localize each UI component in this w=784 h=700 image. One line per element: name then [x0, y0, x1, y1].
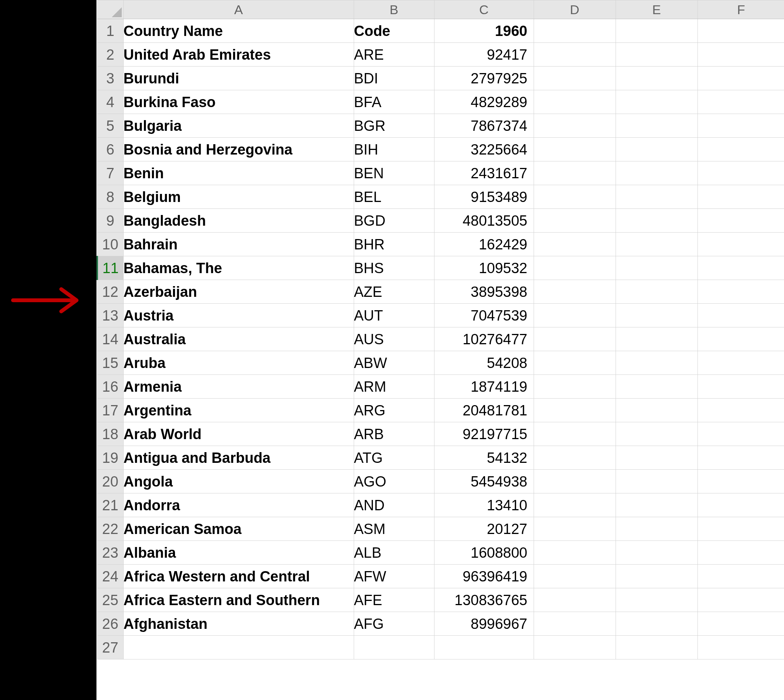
cell-empty[interactable] [615, 351, 697, 375]
row-header[interactable]: 26 [97, 612, 123, 636]
cell-empty[interactable] [615, 470, 697, 493]
cell-empty[interactable] [615, 588, 697, 612]
cell-value[interactable] [434, 636, 534, 660]
cell-value[interactable]: 3895398 [434, 280, 534, 304]
cell-country-name[interactable]: Bahamas, The [123, 256, 354, 280]
cell-empty[interactable] [615, 565, 697, 588]
cell-code[interactable]: BDI [354, 67, 434, 90]
cell-country-name[interactable]: Albania [123, 541, 354, 565]
cell-code[interactable]: BEN [354, 162, 434, 185]
cell-empty[interactable] [697, 541, 784, 565]
cell-country-name[interactable]: Bosnia and Herzegovina [123, 138, 354, 162]
cell-empty[interactable] [534, 304, 615, 327]
cell-empty[interactable] [615, 493, 697, 517]
cell-empty[interactable] [534, 256, 615, 280]
cell-country-name[interactable]: Burundi [123, 67, 354, 90]
cell-empty[interactable] [534, 375, 615, 398]
cell-code[interactable]: AFG [354, 612, 434, 636]
row-header[interactable]: 24 [97, 565, 123, 588]
cell-empty[interactable] [697, 43, 784, 67]
cell-empty[interactable] [615, 398, 697, 422]
cell-empty[interactable] [615, 636, 697, 660]
cell-code[interactable]: AUS [354, 327, 434, 351]
cell-country-name[interactable]: Africa Eastern and Southern [123, 588, 354, 612]
cell-country-name[interactable]: American Samoa [123, 517, 354, 541]
cell-empty[interactable] [697, 209, 784, 233]
cell-value[interactable]: 5454938 [434, 470, 534, 493]
cell-value[interactable]: 96396419 [434, 565, 534, 588]
cell-code[interactable]: AUT [354, 304, 434, 327]
cell-value[interactable]: 2431617 [434, 162, 534, 185]
table-row[interactable]: 6Bosnia and HerzegovinaBIH3225664 [97, 138, 784, 162]
cell-empty[interactable] [697, 351, 784, 375]
cell-country-name[interactable]: Angola [123, 470, 354, 493]
col-header-C[interactable]: C [434, 0, 534, 19]
column-header-row[interactable]: A B C D E F [97, 0, 784, 19]
cell-country-name[interactable]: Benin [123, 162, 354, 185]
cell-empty[interactable] [534, 422, 615, 446]
table-row[interactable]: 16ArmeniaARM1874119 [97, 375, 784, 398]
cell-empty[interactable] [697, 304, 784, 327]
cell-value[interactable]: 4829289 [434, 90, 534, 114]
cell-empty[interactable] [697, 565, 784, 588]
cell-code[interactable]: BHS [354, 256, 434, 280]
cell-country-name[interactable]: Armenia [123, 375, 354, 398]
cell-empty[interactable] [697, 422, 784, 446]
row-header[interactable]: 20 [97, 470, 123, 493]
row-header[interactable]: 16 [97, 375, 123, 398]
cell-empty[interactable] [534, 517, 615, 541]
cell-empty[interactable] [697, 185, 784, 209]
cell-empty[interactable] [697, 233, 784, 256]
cell-country-name[interactable]: Antigua and Barbuda [123, 446, 354, 470]
cell-empty[interactable] [534, 19, 615, 43]
cell-code[interactable]: ARB [354, 422, 434, 446]
cell-country-name[interactable]: Arab World [123, 422, 354, 446]
cell-value[interactable]: 7867374 [434, 114, 534, 138]
cell-empty[interactable] [615, 446, 697, 470]
cell-empty[interactable] [697, 612, 784, 636]
cell-value[interactable]: 20481781 [434, 398, 534, 422]
cell-empty[interactable] [615, 304, 697, 327]
cell-country-name[interactable] [123, 636, 354, 660]
cell-empty[interactable] [697, 256, 784, 280]
cell-empty[interactable] [534, 470, 615, 493]
table-row[interactable]: 10BahrainBHR162429 [97, 233, 784, 256]
row-header[interactable]: 5 [97, 114, 123, 138]
cell-country-name[interactable]: Belgium [123, 185, 354, 209]
cell-empty[interactable] [697, 636, 784, 660]
cell-empty[interactable] [534, 43, 615, 67]
row-header[interactable]: 10 [97, 233, 123, 256]
cell-empty[interactable] [697, 138, 784, 162]
cell-value[interactable]: 54208 [434, 351, 534, 375]
cell-value[interactable]: 8996967 [434, 612, 534, 636]
cell-country-name[interactable]: Argentina [123, 398, 354, 422]
cell-empty[interactable] [697, 398, 784, 422]
cell-value[interactable]: 92417 [434, 43, 534, 67]
table-row[interactable]: 20AngolaAGO5454938 [97, 470, 784, 493]
cell-empty[interactable] [534, 138, 615, 162]
table-row[interactable]: 5BulgariaBGR7867374 [97, 114, 784, 138]
table-row[interactable]: 21AndorraAND13410 [97, 493, 784, 517]
table-row[interactable]: 7BeninBEN2431617 [97, 162, 784, 185]
cell-code[interactable]: ARM [354, 375, 434, 398]
cell-code[interactable]: ASM [354, 517, 434, 541]
table-row[interactable]: 19Antigua and BarbudaATG54132 [97, 446, 784, 470]
cell-value[interactable]: 20127 [434, 517, 534, 541]
cell-code[interactable]: AFE [354, 588, 434, 612]
cell-empty[interactable] [615, 375, 697, 398]
cell-empty[interactable] [534, 185, 615, 209]
cell-code[interactable]: BHR [354, 233, 434, 256]
row-header[interactable]: 8 [97, 185, 123, 209]
cell-empty[interactable] [534, 209, 615, 233]
cell-code[interactable]: BFA [354, 90, 434, 114]
row-header[interactable]: 11 [97, 256, 123, 280]
cell-empty[interactable] [697, 280, 784, 304]
cell-empty[interactable] [615, 162, 697, 185]
cell-code[interactable]: ARG [354, 398, 434, 422]
row-header[interactable]: 23 [97, 541, 123, 565]
cell-value[interactable]: 130836765 [434, 588, 534, 612]
cell-empty[interactable] [615, 43, 697, 67]
cell-country-name[interactable]: Country Name [123, 19, 354, 43]
cell-empty[interactable] [697, 162, 784, 185]
cell-empty[interactable] [697, 327, 784, 351]
